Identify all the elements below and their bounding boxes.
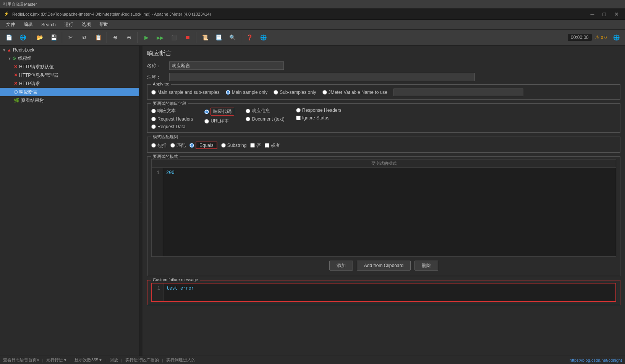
- tree-item-result-tree[interactable]: 🌿 察看结果树: [0, 96, 139, 105]
- radio-main-only[interactable]: Main sample only: [226, 90, 267, 95]
- radio-response-message[interactable]: 响应信息: [246, 108, 284, 114]
- pattern-rule-label: 模式匹配规则: [151, 134, 180, 140]
- menu-run[interactable]: 运行: [60, 20, 77, 29]
- start-button[interactable]: [140, 31, 153, 44]
- menu-file[interactable]: 文件: [2, 20, 19, 29]
- radio-matches[interactable]: 匹配: [170, 142, 186, 149]
- radio-document-text[interactable]: Document (text): [246, 116, 284, 122]
- script-button[interactable]: [198, 31, 211, 44]
- line-numbers: 1: [152, 168, 163, 256]
- os-bar: 引用自晓晨Master: [0, 0, 625, 8]
- stop-button[interactable]: [167, 31, 180, 44]
- radio-url-sample[interactable]: URL样本: [204, 118, 234, 124]
- stopall-button[interactable]: [181, 31, 194, 44]
- status-sep-2: |: [70, 358, 71, 362]
- tree-label-result-tree: 察看结果树: [21, 97, 44, 104]
- menu-options[interactable]: 选项: [78, 20, 95, 29]
- response-message-input[interactable]: [246, 109, 250, 113]
- template-button[interactable]: [16, 31, 29, 44]
- tree-label-threadgroup: 线程组: [18, 55, 32, 62]
- response-text-input[interactable]: [151, 109, 156, 113]
- equals-input[interactable]: [189, 143, 194, 148]
- globe-btn2[interactable]: [610, 31, 623, 44]
- maximize-button[interactable]: □: [601, 11, 608, 17]
- radio-main-sub-input[interactable]: [151, 90, 156, 95]
- matches-input[interactable]: [170, 143, 175, 148]
- new-button[interactable]: [2, 31, 15, 44]
- expand-icon[interactable]: ▼: [2, 48, 6, 52]
- menu-search[interactable]: Search: [37, 21, 60, 29]
- radio-main-sub[interactable]: Main sample and sub-samples: [151, 90, 220, 95]
- not-input[interactable]: [250, 143, 255, 148]
- checkbox-not[interactable]: 否: [250, 142, 261, 149]
- menu-help[interactable]: 帮助: [96, 20, 112, 29]
- status-sep-5: |: [162, 358, 163, 362]
- substring-input[interactable]: [221, 143, 226, 148]
- comment-input[interactable]: [169, 73, 475, 81]
- contains-input[interactable]: [151, 143, 156, 148]
- radio-response-text[interactable]: 响应文本: [151, 108, 193, 114]
- checkbox-or[interactable]: 或者: [265, 142, 280, 149]
- search-button[interactable]: [226, 31, 239, 44]
- resize-handle[interactable]: ⋮: [139, 46, 142, 356]
- failure-msg-area: 1 test error: [151, 283, 616, 302]
- startall-button[interactable]: [154, 31, 167, 44]
- radio-sub-only[interactable]: Sub-samples only: [274, 90, 316, 95]
- radio-jmeter-var-input[interactable]: [322, 90, 327, 95]
- radio-request-data[interactable]: Request Data: [151, 124, 193, 129]
- add-button[interactable]: 添加: [329, 261, 353, 271]
- tree-item-assertion[interactable]: ⬡ 响应断言: [0, 88, 139, 96]
- response-code-input[interactable]: [204, 110, 209, 114]
- radio-response-code[interactable]: 响应代码: [204, 108, 234, 116]
- failure-msg-label: Custom failure message: [151, 277, 200, 282]
- tree-item-http-header[interactable]: ✕ HTTP信息头管理器: [0, 71, 139, 79]
- radio-sub-only-input[interactable]: [274, 90, 278, 95]
- cut-button[interactable]: [64, 31, 77, 44]
- pattern-input[interactable]: 200: [166, 170, 613, 254]
- radio-main-only-input[interactable]: [226, 90, 230, 95]
- radio-request-headers[interactable]: Request Headers: [151, 116, 193, 122]
- request-headers-input[interactable]: [151, 117, 156, 121]
- response-headers-input[interactable]: [296, 108, 301, 113]
- checkbox-ignore-status[interactable]: Ignore Status: [296, 115, 342, 121]
- tree-item-threadgroup[interactable]: ▼ ⚙ 线程组: [0, 54, 139, 63]
- minimize-button[interactable]: ─: [588, 11, 597, 17]
- error-count: 0: [604, 35, 607, 40]
- radio-substring[interactable]: Substring: [221, 143, 247, 148]
- tree-item-http-request[interactable]: ✕ HTTP请求: [0, 79, 139, 88]
- or-input[interactable]: [265, 143, 269, 148]
- document-text-input[interactable]: [246, 117, 250, 121]
- globe-button[interactable]: [257, 31, 270, 44]
- radio-contains[interactable]: 包括: [151, 142, 167, 149]
- delete-button[interactable]: 删除: [415, 261, 438, 271]
- paste-button[interactable]: [92, 31, 105, 44]
- add-clipboard-button[interactable]: Add from Clipboard: [357, 261, 411, 271]
- help-button[interactable]: [243, 31, 256, 44]
- radio-jmeter-var[interactable]: JMeter Variable Name to use: [322, 90, 388, 95]
- radio-equals[interactable]: Equals: [189, 142, 217, 149]
- script2-button[interactable]: [212, 31, 225, 44]
- save-button[interactable]: [47, 31, 60, 44]
- comment-label: 注释：: [147, 74, 166, 81]
- expand-icon-tg[interactable]: ▼: [8, 56, 11, 61]
- tree-item-redislock[interactable]: ▼ ▲ RedisLock: [0, 46, 139, 54]
- url-sample-input[interactable]: [204, 119, 209, 124]
- warn-icon: [595, 34, 600, 40]
- request-data-input[interactable]: [151, 124, 156, 129]
- ignore-status-input[interactable]: [296, 116, 301, 120]
- radio-response-headers[interactable]: Response Headers: [296, 108, 342, 113]
- jmeter-var-input[interactable]: [393, 89, 523, 96]
- tree-item-http-default[interactable]: ✕ HTTP请求默认值: [0, 63, 139, 71]
- name-input[interactable]: [169, 61, 284, 70]
- collapse-button[interactable]: [123, 31, 136, 44]
- status-bar: 查看日志语音首页× | 元行行进▼ | 显示次数355▼ | 回放 | 实行进行…: [0, 356, 625, 364]
- failure-msg-input[interactable]: test error: [167, 286, 612, 296]
- toolbar: 00:00:00 0 0: [0, 30, 625, 46]
- open-button[interactable]: [33, 31, 46, 44]
- close-button[interactable]: ✕: [612, 11, 621, 17]
- expand-button[interactable]: [109, 31, 122, 44]
- copy-button[interactable]: [78, 31, 91, 44]
- url-sample-label: URL样本: [210, 118, 229, 124]
- sidebar: ▼ ▲ RedisLock ▼ ⚙ 线程组 ✕ HTTP请求默认值 ✕ HTTP…: [0, 46, 139, 356]
- menu-edit[interactable]: 编辑: [20, 20, 37, 29]
